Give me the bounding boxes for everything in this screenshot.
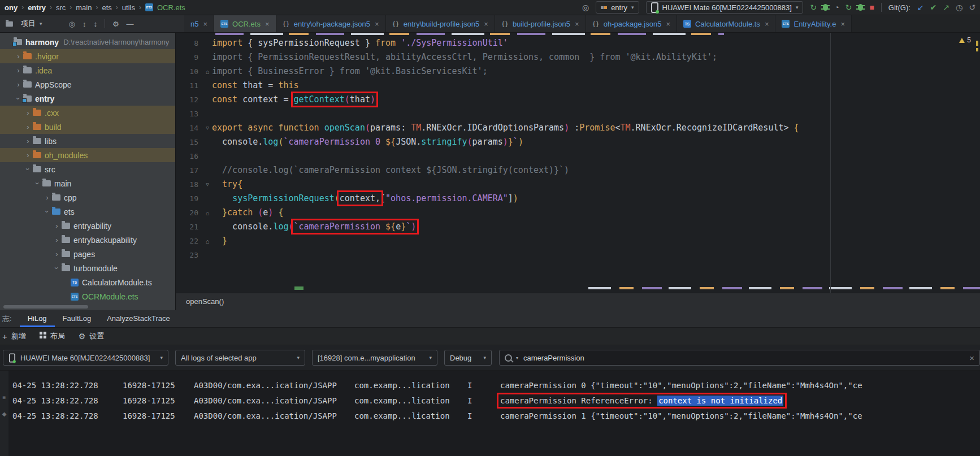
warning-badge[interactable]: 5: [959, 36, 971, 44]
布局-button[interactable]: 布局: [40, 331, 65, 341]
breadcrumb-item[interactable]: entry: [28, 3, 46, 12]
breadcrumb-item[interactable]: OCR.ets: [157, 3, 185, 12]
device-selector[interactable]: HUAWEI Mate 60[MJE0224425000883] ▾: [646, 1, 804, 14]
search-input[interactable]: [522, 353, 965, 363]
tab-calculatormodule.ts[interactable]: TSCalculatorModule.ts×: [677, 15, 775, 32]
tree-item-cpp[interactable]: ›cpp: [0, 190, 175, 205]
tab-entry-build-profile.json5[interactable]: {}entry\build-profile.json5×: [386, 15, 495, 32]
code-line-21[interactable]: 21 console.log(`cameraPermission ${e}`): [176, 220, 980, 234]
fold-marker-icon[interactable]: ⌂: [203, 68, 212, 75]
code-line-11[interactable]: 11const that = this: [176, 79, 980, 93]
profiler-icon[interactable]: ◔: [834, 3, 839, 11]
chevron-collapsed-icon[interactable]: ›: [53, 222, 61, 230]
tree-item-src[interactable]: ›src: [0, 162, 175, 176]
breadcrumb-item[interactable]: src: [56, 3, 66, 12]
close-icon[interactable]: ×: [840, 20, 845, 28]
rerun-icon[interactable]: ↻: [810, 3, 817, 11]
tab-entryability.e[interactable]: ETSEntryAbility.e×: [775, 15, 852, 32]
breadcrumb-item[interactable]: ony: [5, 3, 18, 12]
tree-scrollbar[interactable]: [3, 305, 88, 309]
close-icon[interactable]: ×: [484, 20, 488, 28]
process-filter[interactable]: [16928] com.e...myapplication ▾: [312, 350, 437, 366]
tab-ocr.ets[interactable]: ETSOCR.ets×: [214, 15, 276, 32]
close-icon[interactable]: ×: [265, 20, 270, 28]
close-icon[interactable]: ×: [203, 20, 207, 28]
tree-item-calculatormodule.ts[interactable]: TSCalculatorModule.ts: [0, 275, 175, 289]
tab-faultlog[interactable]: FaultLog: [55, 310, 99, 327]
git-commit-icon[interactable]: ✔: [930, 3, 937, 11]
code-line-19[interactable]: 19 sysPermissionRequest(context,["ohos.p…: [176, 192, 980, 206]
tree-item-appscope[interactable]: ›AppScope: [0, 77, 175, 92]
code-line-17[interactable]: 17 //console.log(`cameraPermission conte…: [176, 163, 980, 177]
settings-icon[interactable]: ⚙: [112, 20, 119, 28]
code-line-23[interactable]: 23: [176, 248, 980, 262]
log-row[interactable]: 04-25 13:28:22.72816928-17125A03D00/com.…: [0, 411, 980, 426]
tab-analyzestacktrace[interactable]: AnalyzeStackTrace: [99, 310, 178, 327]
fold-marker-icon[interactable]: ⌂: [203, 210, 212, 216]
project-panel-title[interactable]: 项目: [21, 19, 36, 29]
git-history-icon[interactable]: ◷: [956, 3, 962, 11]
close-icon[interactable]: ×: [375, 20, 379, 28]
code-line-10[interactable]: 10⌂import { BusinessError } from '@kit.B…: [176, 64, 980, 79]
tab-hilog[interactable]: HiLog: [20, 310, 55, 327]
breadcrumb-item[interactable]: ets: [102, 3, 111, 12]
tree-item-libs[interactable]: ›libs: [0, 134, 175, 148]
sync-icon[interactable]: ↻: [845, 3, 852, 11]
tree-item-build[interactable]: ›build: [0, 120, 175, 134]
tree-item-.hvigor[interactable]: ›.hvigor: [0, 49, 175, 63]
expand-all-icon[interactable]: ↕: [83, 20, 86, 28]
code-line-14[interactable]: 14▿export async function openScan(params…: [176, 121, 980, 135]
chevron-expanded-icon[interactable]: ›: [24, 165, 32, 173]
tree-item-ocrmodule.ets[interactable]: ETSOCRModule.ets: [0, 289, 175, 303]
hide-panel-icon[interactable]: —: [127, 20, 134, 28]
log-search-field[interactable]: ▾ ×: [499, 350, 980, 366]
chevron-collapsed-icon[interactable]: ›: [53, 250, 61, 258]
log-scope-filter[interactable]: All logs of selected app ▾: [175, 350, 305, 366]
project-tree[interactable]: harmonyD:\reactnativeHarmony\harmony›.hv…: [0, 33, 176, 310]
chevron-collapsed-icon[interactable]: ›: [53, 236, 61, 244]
device-filter[interactable]: HUAWEI Mate 60[MJE0224425000883] ▾: [3, 350, 168, 366]
git-push-icon[interactable]: ↗: [943, 3, 949, 11]
tree-item-entry[interactable]: ›entry: [0, 92, 175, 106]
tree-item-pages[interactable]: ›pages: [0, 247, 175, 261]
chevron-expanded-icon[interactable]: ›: [43, 207, 51, 216]
tree-item-turbomodule[interactable]: ›turbomodule: [0, 261, 175, 275]
chevron-collapsed-icon[interactable]: ›: [14, 80, 23, 89]
collapse-all-icon[interactable]: ↨: [93, 20, 97, 28]
tree-item-main[interactable]: ›main: [0, 176, 175, 190]
tree-item-oh-modules[interactable]: ›oh_modules: [0, 148, 175, 162]
chevron-collapsed-icon[interactable]: ›: [14, 52, 23, 60]
tree-item-harmony[interactable]: harmonyD:\reactnativeHarmony\harmony: [0, 35, 175, 49]
code-line-18[interactable]: 18▿ try{: [176, 177, 980, 192]
tab-entry-oh-package.json5[interactable]: {}entry\oh-package.json5×: [276, 15, 386, 32]
code-editor[interactable]: 8import { sysPermissionRequest } from '.…: [176, 33, 980, 310]
设置-button[interactable]: ⚙设置: [79, 331, 105, 341]
chevron-expanded-icon[interactable]: ›: [53, 264, 61, 272]
tree-item-entryability[interactable]: ›entryability: [0, 219, 175, 233]
stop-icon[interactable]: ■: [869, 3, 874, 11]
level-filter[interactable]: Debug ▾: [444, 350, 492, 366]
code-line-13[interactable]: 13: [176, 107, 980, 121]
tree-item-ets[interactable]: ›ets: [0, 205, 175, 219]
code-line-12[interactable]: 12const context = getContext(that): [176, 93, 980, 107]
chevron-collapsed-icon[interactable]: ›: [14, 66, 23, 75]
chevron-collapsed-icon[interactable]: ›: [24, 151, 32, 159]
code-line-8[interactable]: 8import { sysPermissionRequest } from '.…: [176, 36, 980, 50]
breadcrumb-item[interactable]: main: [76, 3, 92, 12]
tab-oh-package.json5[interactable]: {}oh-package.json5×: [586, 15, 677, 32]
run-config-selector[interactable]: entry ▾: [596, 1, 639, 14]
code-line-22[interactable]: 22⌂ }: [176, 234, 980, 248]
close-icon[interactable]: ×: [765, 20, 769, 28]
chevron-expanded-icon[interactable]: ›: [33, 179, 42, 188]
close-icon[interactable]: ×: [666, 20, 670, 28]
chevron-collapsed-icon[interactable]: ›: [24, 108, 32, 117]
tree-item-entrybackupability[interactable]: ›entrybackupability: [0, 233, 175, 247]
code-line-9[interactable]: 9import { PermissionRequestResult, abili…: [176, 50, 980, 64]
tree-item-.idea[interactable]: ›.idea: [0, 63, 175, 77]
log-output[interactable]: ≡◆ 04-25 13:28:22.72816928-17125A03D00/c…: [0, 371, 980, 456]
clear-search-icon[interactable]: ×: [969, 353, 974, 363]
新增-button[interactable]: +新增: [2, 331, 26, 341]
attach-debugger-icon[interactable]: [858, 4, 863, 11]
fold-marker-icon[interactable]: ▿: [203, 124, 212, 132]
chevron-collapsed-icon[interactable]: ›: [24, 123, 32, 131]
